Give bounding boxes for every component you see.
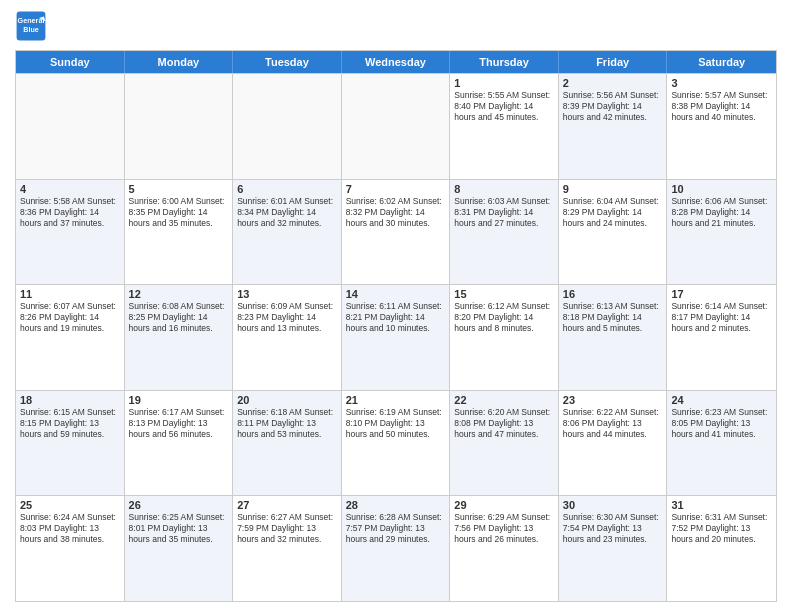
day-number: 15 (454, 288, 554, 300)
page: General Blue SundayMondayTuesdayWednesda… (0, 0, 792, 612)
cell-info: Sunrise: 6:22 AM Sunset: 8:06 PM Dayligh… (563, 407, 663, 440)
day-number: 22 (454, 394, 554, 406)
calendar-header: SundayMondayTuesdayWednesdayThursdayFrid… (16, 51, 776, 73)
cell-info: Sunrise: 6:24 AM Sunset: 8:03 PM Dayligh… (20, 512, 120, 545)
cell-info: Sunrise: 6:30 AM Sunset: 7:54 PM Dayligh… (563, 512, 663, 545)
day-number: 9 (563, 183, 663, 195)
header-day-thursday: Thursday (450, 51, 559, 73)
day-number: 12 (129, 288, 229, 300)
day-cell-23: 23Sunrise: 6:22 AM Sunset: 8:06 PM Dayli… (559, 391, 668, 496)
day-cell-13: 13Sunrise: 6:09 AM Sunset: 8:23 PM Dayli… (233, 285, 342, 390)
empty-cell (16, 74, 125, 179)
day-number: 17 (671, 288, 772, 300)
day-cell-26: 26Sunrise: 6:25 AM Sunset: 8:01 PM Dayli… (125, 496, 234, 601)
day-number: 10 (671, 183, 772, 195)
cell-info: Sunrise: 6:12 AM Sunset: 8:20 PM Dayligh… (454, 301, 554, 334)
day-cell-17: 17Sunrise: 6:14 AM Sunset: 8:17 PM Dayli… (667, 285, 776, 390)
calendar-body: 1Sunrise: 5:55 AM Sunset: 8:40 PM Daylig… (16, 73, 776, 601)
cell-info: Sunrise: 5:58 AM Sunset: 8:36 PM Dayligh… (20, 196, 120, 229)
calendar-row-5: 25Sunrise: 6:24 AM Sunset: 8:03 PM Dayli… (16, 495, 776, 601)
day-number: 31 (671, 499, 772, 511)
day-cell-15: 15Sunrise: 6:12 AM Sunset: 8:20 PM Dayli… (450, 285, 559, 390)
cell-info: Sunrise: 6:17 AM Sunset: 8:13 PM Dayligh… (129, 407, 229, 440)
day-number: 29 (454, 499, 554, 511)
cell-info: Sunrise: 6:14 AM Sunset: 8:17 PM Dayligh… (671, 301, 772, 334)
day-number: 19 (129, 394, 229, 406)
day-cell-9: 9Sunrise: 6:04 AM Sunset: 8:29 PM Daylig… (559, 180, 668, 285)
empty-cell (342, 74, 451, 179)
cell-info: Sunrise: 6:31 AM Sunset: 7:52 PM Dayligh… (671, 512, 772, 545)
day-cell-27: 27Sunrise: 6:27 AM Sunset: 7:59 PM Dayli… (233, 496, 342, 601)
day-cell-1: 1Sunrise: 5:55 AM Sunset: 8:40 PM Daylig… (450, 74, 559, 179)
cell-info: Sunrise: 6:23 AM Sunset: 8:05 PM Dayligh… (671, 407, 772, 440)
day-cell-10: 10Sunrise: 6:06 AM Sunset: 8:28 PM Dayli… (667, 180, 776, 285)
day-cell-3: 3Sunrise: 5:57 AM Sunset: 8:38 PM Daylig… (667, 74, 776, 179)
cell-info: Sunrise: 5:55 AM Sunset: 8:40 PM Dayligh… (454, 90, 554, 123)
day-number: 23 (563, 394, 663, 406)
cell-info: Sunrise: 6:02 AM Sunset: 8:32 PM Dayligh… (346, 196, 446, 229)
cell-info: Sunrise: 6:19 AM Sunset: 8:10 PM Dayligh… (346, 407, 446, 440)
header-day-monday: Monday (125, 51, 234, 73)
day-number: 28 (346, 499, 446, 511)
day-number: 20 (237, 394, 337, 406)
cell-info: Sunrise: 5:57 AM Sunset: 8:38 PM Dayligh… (671, 90, 772, 123)
day-number: 18 (20, 394, 120, 406)
day-cell-8: 8Sunrise: 6:03 AM Sunset: 8:31 PM Daylig… (450, 180, 559, 285)
day-cell-24: 24Sunrise: 6:23 AM Sunset: 8:05 PM Dayli… (667, 391, 776, 496)
cell-info: Sunrise: 5:56 AM Sunset: 8:39 PM Dayligh… (563, 90, 663, 123)
day-number: 11 (20, 288, 120, 300)
day-number: 7 (346, 183, 446, 195)
day-number: 2 (563, 77, 663, 89)
day-number: 13 (237, 288, 337, 300)
header-day-sunday: Sunday (16, 51, 125, 73)
day-cell-4: 4Sunrise: 5:58 AM Sunset: 8:36 PM Daylig… (16, 180, 125, 285)
day-number: 6 (237, 183, 337, 195)
day-cell-12: 12Sunrise: 6:08 AM Sunset: 8:25 PM Dayli… (125, 285, 234, 390)
day-cell-7: 7Sunrise: 6:02 AM Sunset: 8:32 PM Daylig… (342, 180, 451, 285)
svg-text:Blue: Blue (23, 25, 39, 34)
day-cell-31: 31Sunrise: 6:31 AM Sunset: 7:52 PM Dayli… (667, 496, 776, 601)
calendar-row-2: 4Sunrise: 5:58 AM Sunset: 8:36 PM Daylig… (16, 179, 776, 285)
day-cell-18: 18Sunrise: 6:15 AM Sunset: 8:15 PM Dayli… (16, 391, 125, 496)
empty-cell (233, 74, 342, 179)
svg-text:General: General (18, 16, 45, 25)
header-day-tuesday: Tuesday (233, 51, 342, 73)
day-number: 24 (671, 394, 772, 406)
cell-info: Sunrise: 6:03 AM Sunset: 8:31 PM Dayligh… (454, 196, 554, 229)
day-cell-20: 20Sunrise: 6:18 AM Sunset: 8:11 PM Dayli… (233, 391, 342, 496)
day-number: 14 (346, 288, 446, 300)
day-cell-22: 22Sunrise: 6:20 AM Sunset: 8:08 PM Dayli… (450, 391, 559, 496)
day-number: 3 (671, 77, 772, 89)
day-number: 1 (454, 77, 554, 89)
cell-info: Sunrise: 6:29 AM Sunset: 7:56 PM Dayligh… (454, 512, 554, 545)
cell-info: Sunrise: 6:09 AM Sunset: 8:23 PM Dayligh… (237, 301, 337, 334)
calendar-row-4: 18Sunrise: 6:15 AM Sunset: 8:15 PM Dayli… (16, 390, 776, 496)
cell-info: Sunrise: 6:15 AM Sunset: 8:15 PM Dayligh… (20, 407, 120, 440)
cell-info: Sunrise: 6:00 AM Sunset: 8:35 PM Dayligh… (129, 196, 229, 229)
calendar-row-1: 1Sunrise: 5:55 AM Sunset: 8:40 PM Daylig… (16, 73, 776, 179)
cell-info: Sunrise: 6:18 AM Sunset: 8:11 PM Dayligh… (237, 407, 337, 440)
day-cell-11: 11Sunrise: 6:07 AM Sunset: 8:26 PM Dayli… (16, 285, 125, 390)
day-number: 21 (346, 394, 446, 406)
day-number: 5 (129, 183, 229, 195)
header: General Blue (15, 10, 777, 42)
cell-info: Sunrise: 6:13 AM Sunset: 8:18 PM Dayligh… (563, 301, 663, 334)
header-day-saturday: Saturday (667, 51, 776, 73)
cell-info: Sunrise: 6:25 AM Sunset: 8:01 PM Dayligh… (129, 512, 229, 545)
cell-info: Sunrise: 6:04 AM Sunset: 8:29 PM Dayligh… (563, 196, 663, 229)
day-number: 27 (237, 499, 337, 511)
day-number: 26 (129, 499, 229, 511)
day-cell-16: 16Sunrise: 6:13 AM Sunset: 8:18 PM Dayli… (559, 285, 668, 390)
header-day-wednesday: Wednesday (342, 51, 451, 73)
calendar: SundayMondayTuesdayWednesdayThursdayFrid… (15, 50, 777, 602)
day-number: 16 (563, 288, 663, 300)
day-number: 25 (20, 499, 120, 511)
cell-info: Sunrise: 6:06 AM Sunset: 8:28 PM Dayligh… (671, 196, 772, 229)
calendar-row-3: 11Sunrise: 6:07 AM Sunset: 8:26 PM Dayli… (16, 284, 776, 390)
cell-info: Sunrise: 6:08 AM Sunset: 8:25 PM Dayligh… (129, 301, 229, 334)
empty-cell (125, 74, 234, 179)
day-cell-28: 28Sunrise: 6:28 AM Sunset: 7:57 PM Dayli… (342, 496, 451, 601)
day-cell-14: 14Sunrise: 6:11 AM Sunset: 8:21 PM Dayli… (342, 285, 451, 390)
cell-info: Sunrise: 6:11 AM Sunset: 8:21 PM Dayligh… (346, 301, 446, 334)
cell-info: Sunrise: 6:20 AM Sunset: 8:08 PM Dayligh… (454, 407, 554, 440)
